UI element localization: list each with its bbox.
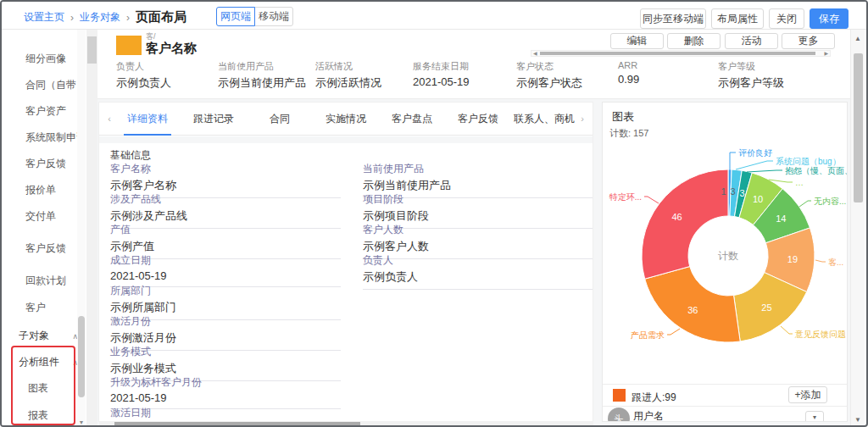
- form-field[interactable]: 升级为标杆客户月份2021-05-19: [110, 375, 341, 409]
- top-bar: 设置主页 › 业务对象 › 页面布局 网页端 移动端 同步至移动端 布局属性 关…: [2, 2, 866, 30]
- field-label: 升级为标杆客户月份: [110, 375, 341, 390]
- slice-category-label: 系统问题（bug）: [776, 157, 841, 166]
- tab-implementation[interactable]: 实施情况: [313, 103, 379, 136]
- sidebar-item-customer-feedback[interactable]: 客户反馈: [25, 157, 81, 171]
- detail-scrollbar-thumb[interactable]: [114, 422, 360, 426]
- sidebar-item-chart[interactable]: 图表: [28, 381, 75, 396]
- donut-chart[interactable]: 133101419253646计数评价良好系统问题（bug）抱怨（慢、页面、..…: [603, 141, 848, 355]
- tab-customer-review[interactable]: 客户盘点: [379, 103, 445, 136]
- breadcrumb-home[interactable]: 设置主页: [24, 10, 64, 25]
- form-field[interactable]: 负责人示例负责人: [363, 253, 593, 290]
- field-value: 示例负责人: [363, 268, 593, 290]
- add-follower-button[interactable]: +添加: [788, 386, 827, 403]
- user-name: 用户名: [633, 409, 664, 422]
- sidebar-section-subobjects[interactable]: 子对象 ∧: [19, 329, 78, 343]
- label-leader-line: [730, 152, 736, 170]
- chart-title: 图表: [612, 109, 634, 125]
- slice-category-label: 抱怨（慢、页面、...: [785, 166, 848, 175]
- tab-detail[interactable]: 详细资料: [114, 103, 181, 136]
- sync-to-mobile-button[interactable]: 同步至移动端: [640, 8, 706, 29]
- user-avatar: 头: [608, 408, 630, 422]
- actions-horizontal-scrollbar[interactable]: ◀ ▶: [531, 50, 831, 57]
- field-label: 项目阶段: [363, 192, 593, 207]
- slice-value-label: 3: [731, 186, 736, 197]
- donut-slice[interactable]: [642, 169, 728, 279]
- page-vertical-scrollbar[interactable]: ▲ ▼: [850, 30, 865, 427]
- field-label: 客户人数: [363, 223, 593, 237]
- user-dropdown-button[interactable]: ▾: [805, 411, 824, 422]
- field-value: 2021-05-19: [413, 75, 470, 88]
- sidebar-item-contract-builtin[interactable]: 合同（自带）: [25, 78, 81, 92]
- header-field-activity[interactable]: 活跃情况 示例活跃情况: [315, 60, 381, 91]
- label-leader-line: [815, 260, 826, 262]
- scroll-right-icon[interactable]: ▶: [824, 51, 828, 56]
- field-value: 示例客户等级: [718, 75, 784, 91]
- slice-value-label: 25: [761, 302, 771, 313]
- sidebar-item-segment-profile[interactable]: 细分画像: [25, 52, 81, 66]
- save-button[interactable]: 保存: [810, 8, 849, 29]
- tab-mobile-view[interactable]: 移动端: [254, 7, 293, 26]
- sidebar-item-report[interactable]: 报表: [28, 408, 75, 423]
- sidebar-item-quotation[interactable]: 报价单: [25, 183, 81, 197]
- actions-scrollbar-thumb[interactable]: [540, 52, 815, 55]
- scroll-down-icon[interactable]: ▼: [77, 419, 86, 425]
- layout-properties-button[interactable]: 布局属性: [711, 8, 764, 29]
- tab-follow-records[interactable]: 跟进记录: [181, 103, 247, 136]
- scroll-down-icon[interactable]: ▼: [851, 416, 865, 424]
- sidebar-item-customer[interactable]: 客户: [25, 301, 81, 315]
- field-value: 示例客户状态: [516, 75, 582, 91]
- content-left-scrollbar-thumb[interactable]: [87, 36, 97, 64]
- tab-web-view[interactable]: 网页端: [216, 7, 255, 26]
- breadcrumb-business-objects[interactable]: 业务对象: [80, 10, 120, 25]
- sidebar-item-payment-plan[interactable]: 回款计划: [25, 274, 81, 288]
- sidebar-item-delivery-order[interactable]: 交付单: [25, 209, 81, 224]
- breadcrumb: 设置主页 › 业务对象 › 页面布局: [24, 9, 186, 25]
- sidebar-item-customer-assets[interactable]: 客户资产: [25, 104, 81, 119]
- tabs-next-icon[interactable]: ›: [577, 114, 587, 124]
- header-field-current-product[interactable]: 当前使用产品 示例当前使用产品: [218, 60, 306, 91]
- more-button[interactable]: 更多: [782, 33, 835, 49]
- slice-value-label: 1: [721, 186, 726, 197]
- activity-button[interactable]: 活动: [725, 33, 778, 49]
- label-leader-line: [736, 161, 773, 169]
- slice-category-label: 意见反馈问题: [794, 330, 846, 339]
- sidebar-section-analysis[interactable]: 分析组件 ∧: [19, 355, 78, 369]
- header-field-owner[interactable]: 负责人 示例负责人: [116, 60, 171, 91]
- record-header: 客/ 客户名称 负责人 示例负责人 当前使用产品 示例当前使用产品 活跃情况 示…: [97, 30, 851, 99]
- detail-horizontal-scrollbar[interactable]: [99, 421, 593, 427]
- label-leader-line: [781, 326, 793, 334]
- close-button[interactable]: 关闭: [769, 8, 804, 29]
- field-value: 示例活跃情况: [315, 75, 381, 91]
- user-subtitle: 职位名称 负责人: [633, 421, 701, 422]
- sidebar-item-customer-feedback-2[interactable]: 客户反馈: [25, 241, 81, 256]
- page-scrollbar-thumb[interactable]: [854, 53, 863, 202]
- scroll-left-icon[interactable]: ◀: [533, 51, 537, 56]
- delete-button[interactable]: 删除: [667, 33, 721, 49]
- slice-category-label: 无内容...: [814, 197, 846, 206]
- sidebar-item-system-limit-request[interactable]: 系统限制申请明细: [25, 130, 81, 145]
- slice-value-label: 46: [671, 212, 682, 222]
- field-label: 当前使用产品: [218, 60, 306, 73]
- header-field-customer-level[interactable]: 客户等级 示例客户等级: [718, 60, 784, 91]
- tab-contacts-opportunities[interactable]: 联系人、商机: [511, 103, 577, 136]
- tabs-prev-icon[interactable]: ‹: [104, 114, 114, 124]
- user-row: 头 用户名 职位名称 负责人 ▾: [603, 407, 847, 422]
- tab-contract[interactable]: 合同: [247, 103, 313, 136]
- header-field-customer-status[interactable]: 客户状态 示例客户状态: [516, 60, 582, 91]
- header-field-service-end-date[interactable]: 服务结束日期 2021-05-19: [413, 60, 470, 88]
- content-left-scrollbar[interactable]: [86, 30, 97, 427]
- edit-button[interactable]: 编辑: [610, 33, 664, 49]
- label-leader-line: [799, 201, 811, 207]
- slice-category-label: 产品需求: [631, 330, 665, 340]
- field-label: 客户等级: [718, 60, 784, 73]
- header-field-arr[interactable]: ARR 0.99: [618, 60, 639, 86]
- form-field[interactable]: 激活日期2021-05-19: [110, 406, 341, 422]
- tab-customer-feedback[interactable]: 客户反馈: [445, 103, 511, 136]
- field-label: 产值: [110, 223, 341, 237]
- sidebar-scrollbar-thumb[interactable]: [78, 316, 85, 397]
- scroll-up-icon[interactable]: ▲: [851, 35, 865, 42]
- form-field[interactable]: 成立日期2021-05-19: [110, 253, 341, 287]
- slice-category-label: 客...: [828, 258, 843, 267]
- sidebar-scrollbar[interactable]: ▼: [77, 30, 86, 427]
- slice-category-label: …: [795, 178, 804, 187]
